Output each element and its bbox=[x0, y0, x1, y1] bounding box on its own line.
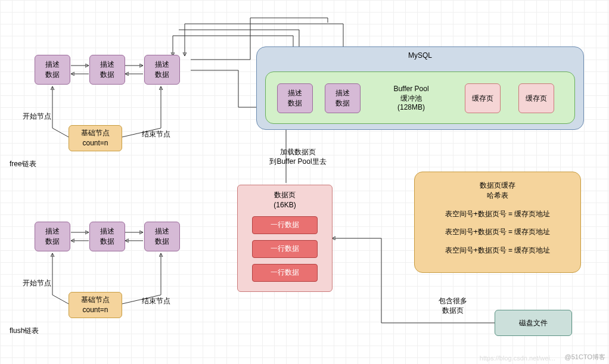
data-row-2: 一行数据 bbox=[252, 240, 318, 258]
flush-base-node: 基础节点count=n bbox=[69, 292, 122, 318]
hash-entry-1: 表空间号+数据页号 = 缓存页地址 bbox=[445, 209, 551, 219]
buffer-desc-2: 描述数据 bbox=[325, 83, 361, 113]
desc-label: 描述数据 bbox=[100, 60, 114, 80]
buffer-desc-1: 描述数据 bbox=[277, 83, 313, 113]
free-desc-box-3: 描述数据 bbox=[144, 55, 180, 85]
flush-list-label: flush链表 bbox=[10, 326, 39, 336]
desc-label: 描述数据 bbox=[335, 88, 350, 108]
base-node-label: 基础节点count=n bbox=[81, 128, 110, 148]
desc-label: 描述数据 bbox=[155, 60, 169, 80]
flush-desc-box-1: 描述数据 bbox=[35, 222, 70, 251]
cache-page-1: 缓存页 bbox=[465, 83, 501, 113]
svg-line-10 bbox=[52, 295, 69, 304]
free-desc-box-1: 描述数据 bbox=[35, 55, 70, 85]
desc-label: 描述数据 bbox=[155, 226, 169, 247]
mysql-title: MySQL bbox=[408, 51, 432, 61]
watermark-csdn: https://blog.csdn.net/wei... bbox=[480, 354, 555, 362]
end-node-label-2: 结束节点 bbox=[142, 297, 170, 306]
end-node-label: 结束节点 bbox=[142, 130, 170, 139]
desc-label: 描述数据 bbox=[45, 226, 60, 247]
hash-title: 数据页缓存哈希表 bbox=[480, 181, 515, 201]
data-row-3: 一行数据 bbox=[252, 264, 318, 282]
desc-label: 描述数据 bbox=[45, 60, 60, 80]
free-desc-box-2: 描述数据 bbox=[89, 55, 125, 85]
watermark-51cto: @51CTO博客 bbox=[565, 353, 605, 362]
hash-entry-2: 表空间号+数据页号 = 缓存页地址 bbox=[445, 227, 551, 237]
buffer-pool-label: Buffer Pool缓冲池(128MB) bbox=[381, 85, 441, 113]
desc-label: 描述数据 bbox=[100, 226, 114, 247]
flush-desc-box-2: 描述数据 bbox=[89, 222, 125, 251]
hash-entry-3: 表空间号+数据页号 = 缓存页地址 bbox=[445, 245, 551, 256]
free-base-node: 基础节点count=n bbox=[69, 125, 122, 151]
data-page: 数据页(16KB) 一行数据 一行数据 一行数据 bbox=[237, 185, 333, 292]
disk-label: 磁盘文件 bbox=[519, 318, 548, 328]
base-node-label: 基础节点count=n bbox=[81, 295, 110, 315]
data-page-title: 数据页(16KB) bbox=[274, 190, 296, 210]
start-node-label-2: 开始节点 bbox=[23, 279, 51, 288]
hash-table: 数据页缓存哈希表 表空间号+数据页号 = 缓存页地址 表空间号+数据页号 = 缓… bbox=[414, 172, 581, 273]
svg-line-4 bbox=[52, 128, 69, 137]
flush-desc-box-3: 描述数据 bbox=[144, 222, 180, 251]
data-row-1: 一行数据 bbox=[252, 216, 318, 234]
disk-file: 磁盘文件 bbox=[495, 310, 572, 336]
cache-label: 缓存页 bbox=[472, 94, 493, 104]
contains-label: 包含很多数据页 bbox=[429, 297, 477, 315]
start-node-label: 开始节点 bbox=[23, 112, 51, 122]
free-list-label: free链表 bbox=[10, 160, 36, 169]
desc-label: 描述数据 bbox=[288, 88, 302, 108]
cache-label: 缓存页 bbox=[526, 94, 547, 104]
cache-page-2: 缓存页 bbox=[518, 83, 554, 113]
load-page-label: 加载数据页到Buffer Pool里去 bbox=[262, 148, 334, 166]
